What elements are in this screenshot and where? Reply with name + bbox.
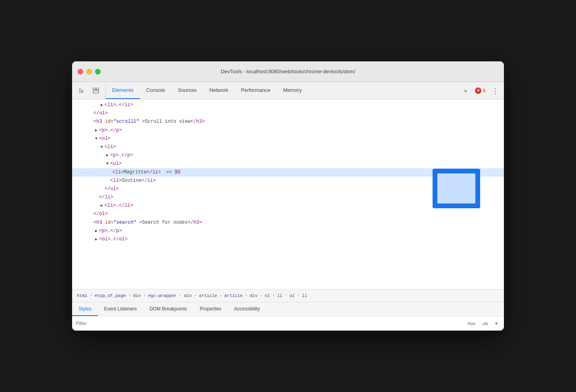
close-button[interactable]	[78, 69, 83, 74]
dom-line[interactable]: ▶<li>…</li>	[72, 101, 504, 109]
dom-line[interactable]: ▼<ol>	[72, 135, 504, 143]
add-style-button[interactable]: +	[493, 320, 500, 327]
tab-elements[interactable]: Elements	[106, 82, 140, 99]
svg-rect-0	[93, 88, 95, 90]
preview-outer	[433, 169, 480, 208]
dom-panel: ▶<li>…</li> </ol> <h3 id="scroll1" >Scro…	[72, 99, 504, 289]
tab-styles[interactable]: Styles	[72, 302, 98, 316]
hov-button[interactable]: :hov	[465, 320, 477, 327]
filter-actions: :hov .cls +	[465, 320, 500, 327]
svg-rect-2	[96, 88, 99, 90]
tab-dom-breakpoints[interactable]: DOM Breakpoints	[143, 302, 193, 316]
tab-memory[interactable]: Memory	[277, 82, 308, 99]
titlebar: DevTools - localhost:8080/web/tools/chro…	[72, 61, 504, 82]
breadcrumb-ol[interactable]: ol	[263, 293, 271, 299]
tab-event-listeners[interactable]: Event Listeners	[98, 302, 143, 316]
breadcrumb-li2[interactable]: li	[300, 293, 309, 299]
dom-line[interactable]: ▶<p>…</p>	[72, 151, 504, 160]
devtools-window: DevTools - localhost:8080/web/tools/chro…	[72, 61, 504, 331]
tab-performance[interactable]: Performance	[235, 82, 277, 99]
error-icon: ✕	[475, 88, 481, 94]
breadcrumb-top-of-page[interactable]: #top_of_page	[93, 293, 127, 299]
dom-line[interactable]: ▼<ul>	[72, 160, 504, 168]
element-preview	[433, 169, 480, 208]
toolbar-icons	[72, 82, 106, 99]
more-tabs-icon[interactable]: »	[460, 85, 471, 96]
more-options-icon[interactable]: ⋮	[490, 85, 501, 96]
dots-indicator: ...	[78, 169, 93, 176]
tab-accessibility[interactable]: Accessibility	[228, 302, 266, 316]
tabsbar-right: » ✕ 6 ⋮	[460, 82, 504, 99]
inspect-icon[interactable]	[90, 85, 101, 96]
breadcrumb-li1[interactable]: li	[275, 293, 284, 299]
dom-line[interactable]: <h3 id="search" >Search for nodes</h3>	[72, 219, 504, 227]
error-count: 6	[483, 88, 486, 93]
preview-inner	[437, 173, 475, 204]
breadcrumb-article1[interactable]: article	[197, 293, 219, 299]
breadcrumb-article2[interactable]: article	[223, 293, 244, 299]
breadcrumb-div3[interactable]: div	[248, 293, 259, 299]
dom-line[interactable]: <h3 id="scroll1" >Scroll into view</h3>	[72, 118, 504, 126]
maximize-button[interactable]	[95, 69, 101, 74]
breadcrumb-html[interactable]: html	[75, 293, 89, 299]
traffic-lights	[78, 69, 101, 74]
tab-properties[interactable]: Properties	[193, 302, 228, 316]
breadcrumb-ul[interactable]: ul	[288, 293, 296, 299]
window-title: DevTools - localhost:8080/web/tools/chro…	[221, 69, 355, 74]
error-badge: ✕ 6	[473, 87, 488, 95]
devtools-tabbar: Elements Console Sources Network Perform…	[72, 82, 504, 99]
tab-console[interactable]: Console	[140, 82, 172, 99]
cursor-icon[interactable]	[76, 85, 87, 96]
dom-line[interactable]: </ol>	[72, 210, 504, 218]
breadcrumb-div2[interactable]: div	[182, 293, 193, 299]
tab-sources[interactable]: Sources	[172, 82, 203, 99]
bottom-tabs: Styles Event Listeners DOM Breakpoints P…	[72, 302, 504, 316]
dom-line[interactable]: ▶<ol>…</ol>	[72, 235, 504, 244]
filter-input[interactable]	[76, 321, 462, 326]
dom-line[interactable]: </ol>	[72, 109, 504, 118]
breadcrumb-bar: html › #top_of_page › div › #gc-wrapper …	[72, 289, 504, 302]
svg-rect-1	[93, 91, 99, 93]
cls-button[interactable]: .cls	[480, 320, 490, 327]
breadcrumb-gc-wrapper[interactable]: #gc-wrapper	[146, 293, 178, 299]
breadcrumb-div1[interactable]: div	[132, 293, 143, 299]
minimize-button[interactable]	[86, 69, 92, 74]
bottom-panel: Styles Event Listeners DOM Breakpoints P…	[72, 302, 504, 331]
dom-line[interactable]: ▼<li>	[72, 143, 504, 151]
dom-line[interactable]: ▶<p>…</p>	[72, 227, 504, 235]
dom-line[interactable]: ▶<p>…</p>	[72, 126, 504, 135]
main-content: ▶<li>…</li> </ol> <h3 id="scroll1" >Scro…	[72, 99, 504, 289]
filter-bar: :hov .cls +	[72, 316, 504, 331]
tab-network[interactable]: Network	[203, 82, 235, 99]
